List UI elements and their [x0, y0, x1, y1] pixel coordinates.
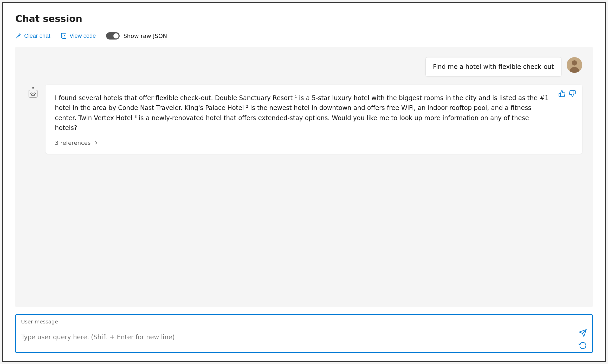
view-code-label: View code	[69, 32, 96, 39]
bot-message-row: I found several hotels that offer flexib…	[26, 85, 582, 154]
user-avatar	[567, 57, 582, 73]
user-message-row: Find me a hotel with flexible check-out	[26, 57, 582, 76]
user-message-input-section: User message	[15, 314, 593, 353]
input-actions	[576, 326, 592, 352]
thumbs-up-button[interactable]	[558, 90, 566, 97]
input-label: User message	[16, 315, 592, 326]
view-code-button[interactable]: View code	[61, 32, 96, 39]
send-icon	[579, 329, 587, 337]
svg-point-6	[34, 93, 35, 94]
user-message-input[interactable]	[16, 331, 576, 352]
svg-point-2	[572, 60, 577, 66]
toolbar: Clear chat View code Show raw JSON	[15, 32, 593, 40]
chevron-right-icon	[93, 140, 99, 146]
send-button[interactable]	[579, 329, 587, 337]
clear-chat-button[interactable]: Clear chat	[15, 32, 50, 39]
broom-icon	[15, 33, 22, 39]
svg-rect-4	[29, 90, 37, 97]
thumbs-down-icon	[569, 90, 576, 97]
thumbs-up-icon	[558, 90, 566, 97]
page-title: Chat session	[15, 13, 593, 24]
show-raw-json-label: Show raw JSON	[123, 33, 167, 39]
show-raw-json-toggle-group: Show raw JSON	[106, 32, 167, 40]
code-doc-icon	[61, 33, 67, 39]
svg-point-5	[31, 93, 32, 94]
user-bubble: Find me a hotel with flexible check-out	[425, 57, 561, 76]
references-row[interactable]: 3 references	[55, 138, 573, 147]
bot-text: I found several hotels that offer flexib…	[55, 93, 573, 133]
refresh-icon	[579, 341, 587, 350]
clear-chat-label: Clear chat	[24, 32, 50, 39]
thumbs-down-button[interactable]	[569, 90, 576, 97]
chat-area: Find me a hotel with flexible check-out	[15, 47, 593, 307]
bot-bubble-actions	[558, 90, 576, 97]
references-label: 3 references	[55, 138, 91, 147]
avatar-image	[567, 57, 582, 73]
bot-bubble: I found several hotels that offer flexib…	[46, 85, 582, 154]
bot-face-icon	[27, 87, 39, 99]
refresh-button[interactable]	[579, 341, 587, 350]
input-row	[16, 326, 592, 352]
bot-icon	[26, 86, 40, 100]
show-raw-json-toggle[interactable]	[106, 32, 120, 40]
